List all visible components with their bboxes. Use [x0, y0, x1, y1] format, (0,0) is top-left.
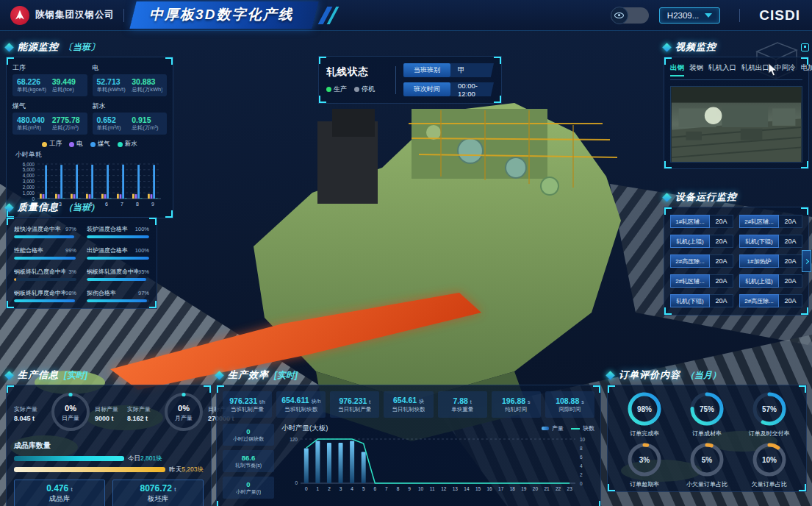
quality-metric-value: 97%: [65, 226, 76, 232]
order-donut: 5%小欠量订单占比: [676, 441, 739, 488]
svg-text:10%: 10%: [762, 456, 777, 464]
svg-text:1,000: 1,000: [23, 190, 35, 196]
quality-progress-fill: [14, 278, 16, 281]
svg-text:9: 9: [408, 486, 411, 491]
legend-dot: [90, 142, 96, 147]
gauge-stat-value: 9000 t: [95, 415, 127, 422]
side-card-value: 0: [246, 427, 250, 435]
equipment-name-pill[interactable]: 1#轧区辅...: [670, 215, 710, 228]
toggle-knob[interactable]: [611, 7, 628, 24]
panel-diamond-icon: [606, 371, 615, 380]
quality-metric-label: 性能合格率: [14, 246, 43, 254]
order-donut: 75%订单成材率: [676, 390, 739, 438]
company-logo-icon: [10, 6, 29, 25]
expand-chevron-button[interactable]: [802, 250, 811, 272]
stock-bar-fill: [14, 467, 165, 472]
quality-progress-fill: [87, 257, 149, 260]
equipment-name-pill[interactable]: 2#高压除...: [739, 294, 779, 307]
video-header-left: 视频监控: [664, 40, 716, 54]
energy-value-col: 68.226单耗(kgce/t): [17, 77, 48, 93]
order-donut-label: 小欠量订单占比: [686, 480, 727, 488]
svg-text:20: 20: [533, 486, 539, 491]
efficiency-panel: 生产效率 [实时] 976.231 t/h当班轧制产量654.611 块/h当班…: [216, 368, 601, 506]
video-tab-装钢[interactable]: 装钢: [689, 63, 703, 76]
status-legend-label: 生产: [334, 85, 347, 94]
device-dropdown[interactable]: H2309...: [659, 7, 720, 24]
video-tab-电加热[interactable]: 电加热: [801, 63, 812, 76]
quality-progress-fill: [87, 299, 147, 302]
legend-dot: [42, 142, 47, 147]
equipment-current-value: 20A: [710, 274, 733, 288]
quality-progress-track: [14, 299, 76, 302]
energy-total-value: 30.883: [132, 77, 162, 86]
equipment-name-pill[interactable]: 轧机(下辊): [670, 294, 710, 307]
energy-total-label: 总耗(万kWh): [132, 86, 162, 93]
energy-panel-header: 能源监控 〔当班〕: [6, 40, 173, 54]
line-status-row: 当班班别甲: [403, 63, 494, 77]
energy-total-value: 2775.78: [52, 115, 83, 124]
legend-dot: [118, 142, 123, 147]
legend-dot: [69, 142, 74, 147]
equipment-item: 轧机(上辊)20A: [739, 274, 802, 288]
equipment-name-pill[interactable]: 2#高压除...: [670, 254, 710, 268]
gauge-ring-svg: 0%月产量: [163, 391, 204, 432]
energy-value-col: 39.449总耗(tce): [52, 77, 83, 93]
equipment-name-pill[interactable]: 1#加热炉: [739, 254, 779, 268]
energy-card-title: 煤气: [12, 101, 87, 111]
top-bar-actions: H2309... CISDI: [611, 7, 800, 24]
quality-metrics: 超快冷温度命中率97%装炉温度合格率100%性能合格率99%出炉温度合格率100…: [14, 225, 149, 302]
quality-metric: 性能合格率99%: [14, 246, 76, 260]
visibility-toggle[interactable]: [611, 7, 649, 24]
energy-unit-value: 68.226: [17, 77, 48, 86]
equipment-item: 2#轧区辅...20A: [739, 215, 802, 228]
gauge-ring-svg: 0%日产量: [50, 391, 91, 432]
video-tab-轧机入口[interactable]: 轧机入口: [708, 63, 736, 76]
vertical-divider: [395, 66, 396, 94]
equipment-name-pill[interactable]: 轧机(上辊): [670, 235, 710, 248]
energy-value-col: 30.883总耗(万kWh): [132, 77, 162, 93]
quality-metric-label: 钢板终轧凸度命中率: [14, 268, 65, 276]
legend-item: 煤气: [90, 140, 110, 149]
video-frame[interactable]: [670, 86, 802, 163]
panel-diamond-icon: [4, 371, 14, 380]
video-tab-轧机出口[interactable]: 轧机出口: [741, 63, 769, 76]
energy-panel-title: 能源监控: [18, 40, 59, 54]
equipment-name-pill[interactable]: 轧机(下辊): [739, 235, 779, 248]
efficiency-card: 7.88 t单块重量: [438, 391, 487, 418]
energy-total-value: 0.915: [132, 115, 162, 124]
equipment-panel-title: 设备运行监控: [675, 190, 737, 204]
production-panel-title: 生产信息: [18, 368, 59, 382]
legend-item: 新水: [118, 140, 137, 149]
orders-tag: （当月）: [686, 369, 721, 382]
equipment-name-pill[interactable]: 2#轧区辅...: [670, 274, 710, 288]
line-status-value: 甲: [450, 63, 494, 77]
status-dot: [354, 87, 359, 92]
equipment-name-pill[interactable]: 2#轧区辅...: [739, 215, 779, 228]
efficiency-card: 108.88 s间隙时间: [545, 391, 594, 418]
equipment-panel: 设备运行监控 1#轧区辅...20A2#轧区辅...20A轧机(上辊)20A轧机…: [664, 190, 809, 316]
energy-card-title: 工序: [12, 63, 87, 73]
video-tab-出钢[interactable]: 出钢: [670, 63, 684, 76]
device-dropdown-value: H2309...: [667, 11, 699, 20]
energy-panel: 能源监控 〔当班〕 工序68.226单耗(kgce/t)39.449总耗(tce…: [6, 40, 173, 218]
equipment-current-value: 20A: [779, 215, 802, 228]
efficiency-card-value: 976.231 t: [339, 396, 370, 405]
energy-total-label: 总耗(万m³): [132, 124, 162, 132]
line-status-label-pill[interactable]: 班次时间: [403, 82, 450, 96]
quality-metric-top: 出炉温度合格率100%: [87, 246, 149, 254]
svg-text:11: 11: [430, 486, 435, 491]
order-donut: 57%订单及时交付率: [738, 390, 800, 438]
svg-text:16: 16: [487, 486, 493, 491]
header-divider-2: [739, 9, 740, 22]
energy-value-col: 2775.78总耗(万m³): [52, 115, 83, 132]
line-status-label-pill[interactable]: 当班班别: [403, 63, 450, 77]
equipment-current-value: 20A: [779, 235, 802, 248]
quality-metric-label: 超快冷温度命中率: [14, 225, 61, 233]
order-donut: 3%订单超期率: [614, 441, 676, 488]
status-legend-item: 停机: [354, 85, 375, 94]
equipment-name-pill[interactable]: 轧机(上辊): [739, 274, 779, 288]
equipment-item: 2#轧区辅...20A: [670, 274, 733, 288]
line-legend-label: 块数: [583, 424, 594, 432]
fullscreen-icon[interactable]: [801, 43, 809, 51]
stock-cards: 0.476 t成品库8076.72 t板坯库: [14, 480, 204, 506]
